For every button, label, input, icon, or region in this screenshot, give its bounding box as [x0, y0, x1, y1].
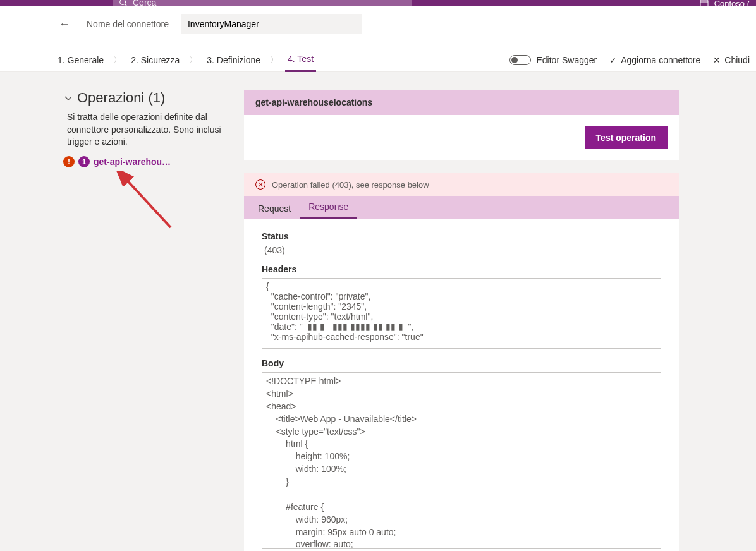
operations-header[interactable]: Operazioni (1) [63, 90, 226, 106]
tab-request[interactable]: Request [249, 198, 300, 219]
search-icon [119, 0, 128, 6]
back-arrow[interactable]: ← [55, 18, 74, 31]
body-label: Body [262, 358, 661, 368]
update-connector-button[interactable]: ✓ Aggiorna connettore [609, 55, 700, 65]
chevron-right-icon: 〉 [114, 55, 121, 64]
update-label: Aggiorna connettore [621, 55, 700, 65]
close-icon: ✕ [713, 55, 721, 65]
chevron-right-icon: 〉 [190, 55, 197, 64]
search-bar[interactable]: Cerca [113, 0, 412, 6]
chevron-down-icon [63, 93, 73, 103]
operation-title-bar: get-api-warehouselocations [244, 90, 679, 115]
operation-name: get-api-warehou… [94, 157, 171, 167]
search-placeholder: Cerca [133, 0, 156, 6]
error-banner: ✕ Operation failed (403), see response b… [244, 173, 679, 196]
headers-textarea[interactable] [262, 278, 661, 349]
body-textarea[interactable] [262, 372, 661, 549]
operation-number-badge: 1 [78, 156, 90, 167]
error-text: Operation failed (403), see response bel… [272, 180, 429, 190]
connector-name-input[interactable] [181, 14, 362, 34]
operations-title: Operazioni (1) [77, 90, 165, 106]
chevron-right-icon: 〉 [271, 55, 277, 64]
error-icon: ✕ [255, 179, 265, 190]
user-account[interactable]: Contoso ( [699, 0, 750, 8]
close-label: Chiudi [724, 55, 750, 65]
step-general[interactable]: 1. Generale [55, 49, 106, 71]
checkmark-icon: ✓ [609, 55, 617, 65]
swagger-toggle[interactable] [509, 55, 531, 65]
status-label: Status [262, 231, 661, 241]
headers-label: Headers [262, 264, 661, 274]
operations-description: Si tratta delle operazioni definite dal … [63, 111, 226, 148]
step-security[interactable]: 2. Sicurezza [128, 49, 182, 71]
swagger-label: Editor Swagger [536, 55, 597, 65]
test-operation-button[interactable]: Test operation [585, 126, 668, 149]
tab-response[interactable]: Response [300, 197, 357, 219]
svg-line-1 [125, 4, 128, 6]
status-value: (403) [264, 245, 661, 255]
alert-badge-icon: ! [63, 156, 75, 167]
step-test[interactable]: 4. Test [285, 47, 316, 72]
svg-point-0 [120, 0, 126, 5]
step-definition[interactable]: 3. Definizione [204, 49, 263, 71]
operation-item[interactable]: ! 1 get-api-warehou… [63, 156, 226, 167]
connector-name-label: Nome del connettore [87, 19, 169, 29]
close-button[interactable]: ✕ Chiudi [713, 55, 750, 65]
svg-rect-2 [700, 0, 708, 6]
settings-icon [699, 0, 709, 8]
user-label: Contoso ( [714, 0, 750, 8]
